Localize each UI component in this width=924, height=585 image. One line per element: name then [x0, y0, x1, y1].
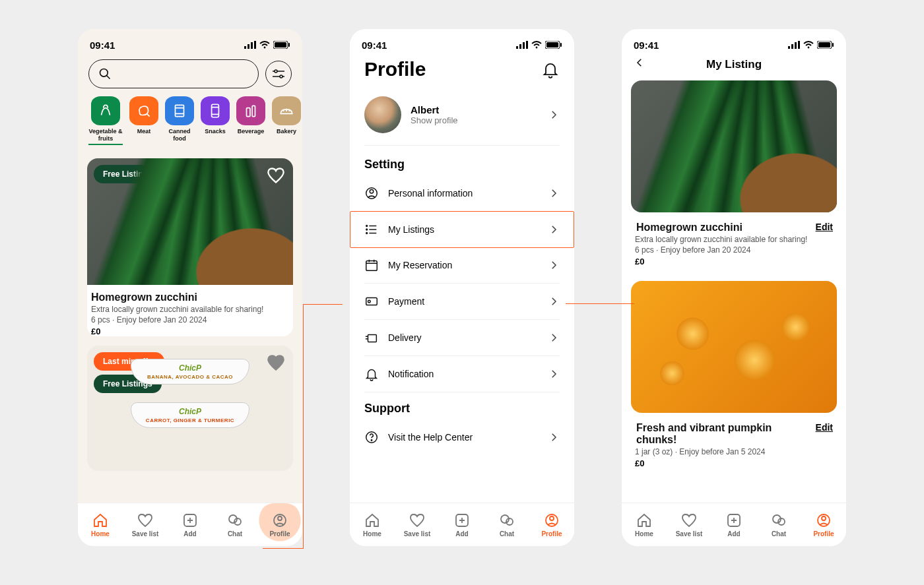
- svg-rect-30: [516, 46, 518, 49]
- menu-help-center[interactable]: Visit the Help Center: [364, 419, 560, 455]
- chevron-right-icon: [548, 259, 560, 271]
- svg-rect-31: [519, 44, 521, 49]
- svg-point-4: [264, 47, 266, 49]
- status-bar: 09:41: [622, 29, 846, 55]
- listing-price: £0: [634, 458, 834, 468]
- listing-meta: 6 pcs · Enjoy before Jan 20 2024: [90, 315, 290, 324]
- chevron-left-icon: [634, 57, 645, 69]
- listing-card[interactable]: Free Listings Homegrown zucchini Extra l…: [87, 158, 293, 336]
- listing-price: £0: [634, 257, 834, 266]
- svg-rect-67: [798, 41, 800, 49]
- category-snacks[interactable]: Snacks: [201, 96, 230, 145]
- svg-rect-66: [795, 42, 797, 49]
- category-meat[interactable]: Meat: [129, 96, 158, 145]
- category-bakery[interactable]: Bakery: [272, 96, 301, 145]
- listing-price: £0: [90, 326, 290, 336]
- svg-rect-15: [176, 105, 184, 116]
- package-icon: [364, 330, 379, 345]
- menu-my-reservation[interactable]: My Reservation: [364, 247, 560, 284]
- search-input[interactable]: [88, 59, 259, 88]
- my-listing-card[interactable]: [631, 281, 837, 413]
- svg-point-63: [550, 516, 554, 520]
- svg-rect-21: [247, 108, 250, 117]
- help-icon: [364, 430, 379, 445]
- badge-free-listings: Free Listings: [94, 165, 162, 183]
- tab-bar: Home Save list Add Chat Profile: [78, 503, 302, 546]
- user-circle-icon: [364, 186, 379, 200]
- tab-save-list[interactable]: Save list: [667, 503, 711, 546]
- svg-rect-70: [818, 42, 830, 47]
- battery-icon: [273, 41, 290, 49]
- tab-bar: Home Save list Add Chat Profile: [622, 503, 846, 546]
- listing-image: Last min offer Free Listings ChicPBanana…: [87, 346, 293, 471]
- signal-icon: [244, 41, 256, 49]
- listing-meta: 1 jar (3 oz) · Enjoy before Jan 5 2024: [634, 447, 834, 456]
- flow-connector: [566, 303, 634, 304]
- chevron-right-icon: [548, 224, 560, 235]
- tab-chat[interactable]: Chat: [756, 503, 801, 546]
- profile-header-row[interactable]: Albert Show profile: [364, 92, 560, 146]
- menu-payment[interactable]: Payment: [364, 284, 560, 320]
- wifi-icon: [259, 41, 270, 49]
- svg-point-11: [275, 70, 277, 73]
- edit-button[interactable]: Edit: [816, 422, 833, 433]
- chevron-right-icon: [548, 431, 560, 443]
- menu-my-listings[interactable]: My Listings: [350, 211, 574, 248]
- flow-connector: [303, 304, 343, 305]
- category-beverage[interactable]: Beverage: [236, 96, 265, 145]
- menu-personal-info[interactable]: Personal information: [364, 175, 560, 212]
- svg-rect-32: [523, 42, 525, 49]
- category-vegetables[interactable]: Vegetable & fruits: [88, 96, 123, 145]
- tab-profile[interactable]: Profile: [257, 503, 302, 546]
- status-bar: 09:41: [78, 29, 302, 55]
- notifications-button[interactable]: [541, 60, 560, 78]
- plus-square-icon: [726, 512, 742, 528]
- filter-button[interactable]: [265, 61, 292, 87]
- tab-home[interactable]: Home: [350, 503, 395, 546]
- svg-rect-65: [791, 44, 793, 49]
- svg-rect-18: [212, 104, 219, 117]
- tab-profile[interactable]: Profile: [801, 503, 846, 546]
- heart-icon: [409, 512, 425, 528]
- category-scroller[interactable]: Vegetable & fruits Meat Canned food Snac…: [78, 95, 302, 149]
- tab-chat[interactable]: Chat: [213, 503, 257, 546]
- favorite-button[interactable]: [267, 166, 285, 185]
- tab-save-list[interactable]: Save list: [395, 503, 440, 546]
- wifi-icon: [803, 41, 814, 49]
- svg-rect-3: [254, 41, 256, 49]
- screen-my-listing: 09:41 My Listing Homegrown zucchini Edit…: [622, 29, 846, 546]
- tab-add[interactable]: Add: [711, 503, 756, 546]
- favorite-button[interactable]: [267, 354, 285, 372]
- svg-rect-1: [248, 44, 249, 49]
- status-time: 09:41: [90, 40, 115, 51]
- category-canned[interactable]: Canned food: [165, 96, 194, 145]
- svg-rect-7: [288, 43, 290, 47]
- svg-rect-0: [244, 46, 246, 49]
- tab-home[interactable]: Home: [622, 503, 667, 546]
- list-icon: [364, 222, 379, 237]
- tab-bar: Home Save list Add Chat Profile: [350, 503, 574, 546]
- chat-icon: [227, 512, 243, 528]
- listing-image: [631, 281, 837, 413]
- edit-button[interactable]: Edit: [816, 222, 833, 232]
- tab-save-list[interactable]: Save list: [123, 503, 168, 546]
- search-icon: [98, 67, 112, 80]
- tab-home[interactable]: Home: [78, 503, 123, 546]
- signal-icon: [516, 41, 528, 49]
- my-listing-card[interactable]: [631, 80, 837, 212]
- battery-icon: [817, 41, 834, 49]
- listing-card[interactable]: Last min offer Free Listings ChicPBanana…: [87, 346, 293, 471]
- tab-profile[interactable]: Profile: [529, 503, 574, 546]
- tab-add[interactable]: Add: [440, 503, 484, 546]
- avatar: [364, 96, 401, 133]
- chevron-right-icon: [548, 368, 560, 380]
- bell-icon: [364, 367, 379, 381]
- tab-chat[interactable]: Chat: [484, 503, 529, 546]
- screen-profile: 09:41 Profile Albert Show profile Settin…: [350, 29, 574, 546]
- wifi-icon: [531, 41, 542, 49]
- tab-add[interactable]: Add: [168, 503, 213, 546]
- menu-notification[interactable]: Notification: [364, 356, 560, 392]
- svg-point-29: [278, 516, 282, 520]
- back-button[interactable]: [634, 57, 645, 71]
- menu-delivery[interactable]: Delivery: [364, 320, 560, 356]
